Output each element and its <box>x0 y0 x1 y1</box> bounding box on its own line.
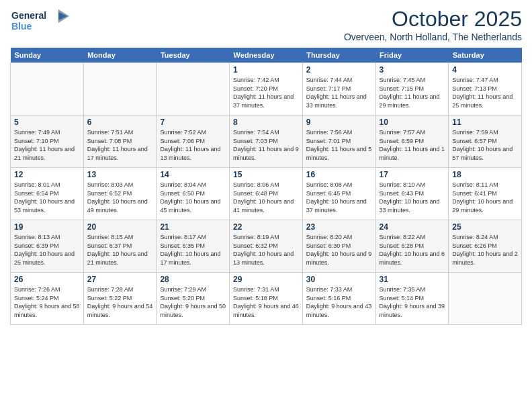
col-wednesday: Wednesday <box>230 48 303 63</box>
col-monday: Monday <box>83 48 157 63</box>
day-number: 23 <box>306 222 372 232</box>
day-number: 31 <box>380 275 445 284</box>
day-number: 26 <box>14 275 80 284</box>
day-info: Sunrise: 7:29 AMSunset: 5:20 PMDaylight:… <box>160 285 226 319</box>
calendar-cell: 17Sunrise: 8:10 AMSunset: 6:43 PMDayligh… <box>375 168 449 220</box>
calendar-cell: 31Sunrise: 7:35 AMSunset: 5:14 PMDayligh… <box>375 273 449 325</box>
calendar-cell: 30Sunrise: 7:33 AMSunset: 5:16 PMDayligh… <box>302 273 375 325</box>
day-number: 25 <box>452 222 518 232</box>
day-number: 18 <box>452 170 518 179</box>
calendar-cell: 10Sunrise: 7:57 AMSunset: 6:59 PMDayligh… <box>375 116 449 168</box>
title-block: October 2025 Overveen, North Holland, Th… <box>344 7 522 42</box>
day-number: 29 <box>233 275 299 284</box>
day-number: 21 <box>160 222 226 232</box>
day-number: 15 <box>233 170 299 179</box>
calendar-cell: 24Sunrise: 8:22 AMSunset: 6:28 PMDayligh… <box>375 220 449 273</box>
day-number: 9 <box>306 118 372 127</box>
day-info: Sunrise: 8:10 AMSunset: 6:43 PMDaylight:… <box>380 181 445 214</box>
calendar-cell: 5Sunrise: 7:49 AMSunset: 7:10 PMDaylight… <box>11 116 84 168</box>
logo-icon: General Blue <box>10 7 71 34</box>
day-info: Sunrise: 7:49 AMSunset: 7:10 PMDaylight:… <box>14 128 80 162</box>
day-number: 30 <box>306 275 372 284</box>
calendar-cell: 3Sunrise: 7:45 AMSunset: 7:15 PMDaylight… <box>375 63 449 116</box>
col-thursday: Thursday <box>302 48 375 63</box>
calendar-cell: 11Sunrise: 7:59 AMSunset: 6:57 PMDayligh… <box>449 116 522 168</box>
calendar-cell: 23Sunrise: 8:20 AMSunset: 6:30 PMDayligh… <box>302 220 375 273</box>
day-number: 28 <box>160 275 226 284</box>
calendar-cell: 29Sunrise: 7:31 AMSunset: 5:18 PMDayligh… <box>230 273 303 325</box>
calendar-week-2: 12Sunrise: 8:01 AMSunset: 6:54 PMDayligh… <box>11 168 522 220</box>
calendar-cell: 28Sunrise: 7:29 AMSunset: 5:20 PMDayligh… <box>157 273 230 325</box>
svg-text:General: General <box>11 10 46 21</box>
calendar-cell: 12Sunrise: 8:01 AMSunset: 6:54 PMDayligh… <box>11 168 84 220</box>
day-info: Sunrise: 8:04 AMSunset: 6:50 PMDaylight:… <box>160 181 226 214</box>
day-info: Sunrise: 7:45 AMSunset: 7:15 PMDaylight:… <box>380 76 445 109</box>
calendar-cell: 14Sunrise: 8:04 AMSunset: 6:50 PMDayligh… <box>157 168 230 220</box>
calendar-cell <box>11 63 84 116</box>
calendar-cell: 4Sunrise: 7:47 AMSunset: 7:13 PMDaylight… <box>449 63 522 116</box>
header: General Blue October 2025 Overveen, Nort… <box>10 7 522 42</box>
col-saturday: Saturday <box>449 48 522 63</box>
day-info: Sunrise: 7:35 AMSunset: 5:14 PMDaylight:… <box>380 285 445 319</box>
day-info: Sunrise: 8:15 AMSunset: 6:37 PMDaylight:… <box>87 233 153 267</box>
day-info: Sunrise: 7:31 AMSunset: 5:18 PMDaylight:… <box>233 285 299 319</box>
day-number: 22 <box>233 222 299 232</box>
calendar-cell <box>449 273 522 325</box>
calendar-cell: 22Sunrise: 8:19 AMSunset: 6:32 PMDayligh… <box>230 220 303 273</box>
day-info: Sunrise: 8:22 AMSunset: 6:28 PMDaylight:… <box>380 233 445 267</box>
day-info: Sunrise: 7:59 AMSunset: 6:57 PMDaylight:… <box>452 128 518 162</box>
day-info: Sunrise: 8:19 AMSunset: 6:32 PMDaylight:… <box>233 233 299 267</box>
day-number: 27 <box>87 275 153 284</box>
calendar-cell: 19Sunrise: 8:13 AMSunset: 6:39 PMDayligh… <box>11 220 84 273</box>
day-info: Sunrise: 8:01 AMSunset: 6:54 PMDaylight:… <box>14 181 80 214</box>
day-number: 19 <box>14 222 80 232</box>
calendar-week-1: 5Sunrise: 7:49 AMSunset: 7:10 PMDaylight… <box>11 116 522 168</box>
day-info: Sunrise: 7:56 AMSunset: 7:01 PMDaylight:… <box>306 128 372 162</box>
day-info: Sunrise: 7:28 AMSunset: 5:22 PMDaylight:… <box>87 285 153 319</box>
calendar-cell <box>157 63 230 116</box>
day-number: 13 <box>87 170 153 179</box>
day-info: Sunrise: 7:52 AMSunset: 7:06 PMDaylight:… <box>160 128 226 162</box>
month-title: October 2025 <box>344 7 522 32</box>
day-number: 24 <box>380 222 445 232</box>
day-info: Sunrise: 8:11 AMSunset: 6:41 PMDaylight:… <box>452 181 518 214</box>
day-number: 2 <box>306 65 372 75</box>
calendar-cell: 9Sunrise: 7:56 AMSunset: 7:01 PMDaylight… <box>302 116 375 168</box>
col-sunday: Sunday <box>11 48 84 63</box>
day-info: Sunrise: 8:17 AMSunset: 6:35 PMDaylight:… <box>160 233 226 267</box>
day-number: 4 <box>452 65 518 75</box>
calendar-week-0: 1Sunrise: 7:42 AMSunset: 7:20 PMDaylight… <box>11 63 522 116</box>
day-info: Sunrise: 7:47 AMSunset: 7:13 PMDaylight:… <box>452 76 518 109</box>
calendar-cell: 21Sunrise: 8:17 AMSunset: 6:35 PMDayligh… <box>157 220 230 273</box>
calendar-cell <box>83 63 157 116</box>
day-info: Sunrise: 8:06 AMSunset: 6:48 PMDaylight:… <box>233 181 299 214</box>
calendar-cell: 1Sunrise: 7:42 AMSunset: 7:20 PMDaylight… <box>230 63 303 116</box>
calendar-header-row: Sunday Monday Tuesday Wednesday Thursday… <box>11 48 522 63</box>
calendar-cell: 16Sunrise: 8:08 AMSunset: 6:45 PMDayligh… <box>302 168 375 220</box>
day-info: Sunrise: 7:26 AMSunset: 5:24 PMDaylight:… <box>14 285 80 319</box>
svg-text:Blue: Blue <box>11 21 32 32</box>
calendar-table: Sunday Monday Tuesday Wednesday Thursday… <box>10 48 522 325</box>
day-info: Sunrise: 8:03 AMSunset: 6:52 PMDaylight:… <box>87 181 153 214</box>
day-info: Sunrise: 7:57 AMSunset: 6:59 PMDaylight:… <box>380 128 445 162</box>
calendar-cell: 7Sunrise: 7:52 AMSunset: 7:06 PMDaylight… <box>157 116 230 168</box>
day-number: 20 <box>87 222 153 232</box>
calendar-cell: 2Sunrise: 7:44 AMSunset: 7:17 PMDaylight… <box>302 63 375 116</box>
calendar-week-4: 26Sunrise: 7:26 AMSunset: 5:24 PMDayligh… <box>11 273 522 325</box>
day-info: Sunrise: 7:44 AMSunset: 7:17 PMDaylight:… <box>306 76 372 109</box>
subtitle: Overveen, North Holland, The Netherlands <box>344 32 522 42</box>
calendar-cell: 8Sunrise: 7:54 AMSunset: 7:03 PMDaylight… <box>230 116 303 168</box>
day-number: 12 <box>14 170 80 179</box>
day-number: 6 <box>87 118 153 127</box>
calendar-cell: 25Sunrise: 8:24 AMSunset: 6:26 PMDayligh… <box>449 220 522 273</box>
day-info: Sunrise: 8:20 AMSunset: 6:30 PMDaylight:… <box>306 233 372 267</box>
day-number: 10 <box>380 118 445 127</box>
calendar-cell: 6Sunrise: 7:51 AMSunset: 7:08 PMDaylight… <box>83 116 157 168</box>
day-info: Sunrise: 7:33 AMSunset: 5:16 PMDaylight:… <box>306 285 372 319</box>
day-number: 3 <box>380 65 445 75</box>
day-info: Sunrise: 7:42 AMSunset: 7:20 PMDaylight:… <box>233 76 299 109</box>
day-number: 14 <box>160 170 226 179</box>
calendar-cell: 18Sunrise: 8:11 AMSunset: 6:41 PMDayligh… <box>449 168 522 220</box>
logo: General Blue <box>10 7 71 36</box>
day-info: Sunrise: 7:54 AMSunset: 7:03 PMDaylight:… <box>233 128 299 162</box>
